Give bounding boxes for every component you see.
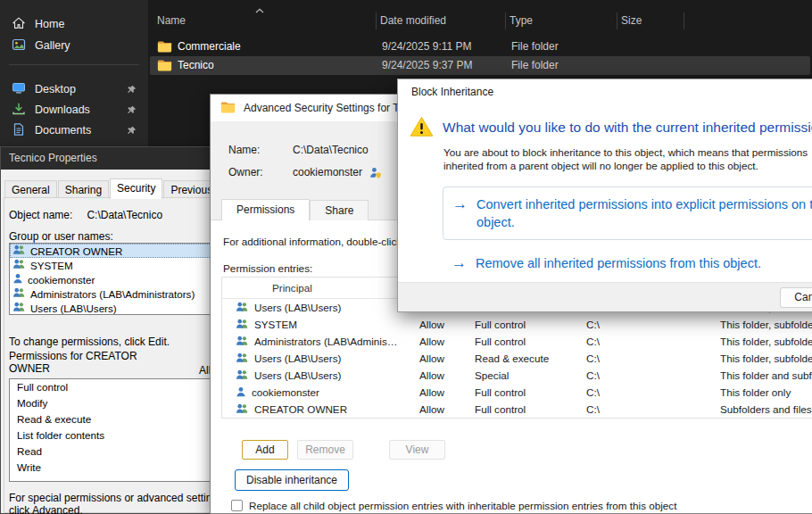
group-name: cookiemonster: [28, 274, 95, 286]
group-icon: [12, 302, 26, 314]
sidebar-item-label: Documents: [35, 124, 91, 137]
downloads-icon: [12, 102, 26, 119]
edit-hint-text: To change permissions, click Edit.: [9, 336, 170, 348]
group-icon: [236, 403, 249, 416]
sidebar-item-label: Gallery: [35, 39, 70, 52]
column-header-principal[interactable]: Principal: [222, 282, 419, 294]
column-header-size[interactable]: Size: [621, 14, 642, 27]
group-name: Users (LAB\Users): [30, 303, 117, 314]
table-row[interactable]: Administrators (LAB\Administrators) Allo…: [222, 333, 812, 350]
block-dialog-title[interactable]: Block Inheritance: [398, 79, 812, 104]
owner-badge-icon: [369, 167, 381, 178]
file-row-selected[interactable]: Tecnico 9/24/2025 9:37 PM File folder: [150, 56, 810, 75]
folder-icon: [220, 101, 236, 116]
replace-checkbox[interactable]: [231, 500, 243, 511]
tab-sharing[interactable]: Sharing: [58, 180, 109, 199]
tab-security[interactable]: Security: [110, 178, 162, 199]
remove-button[interactable]: Remove: [297, 440, 353, 460]
folder-icon: [157, 59, 172, 74]
user-icon: [12, 273, 23, 286]
desktop-icon: [12, 81, 26, 98]
folder-icon: [157, 40, 172, 55]
cell-type: Allow: [419, 336, 475, 347]
sidebar-item-label: Home: [35, 18, 64, 30]
permission-entries-label: Permission entries:: [223, 262, 312, 275]
sidebar-separator: [9, 64, 139, 65]
cell-inherited-from: C:\: [586, 319, 720, 330]
cell-access: Special: [475, 369, 586, 381]
sidebar-item-label: Downloads: [35, 104, 90, 116]
remove-permissions-command-link[interactable]: → Remove all inherited permissions from …: [452, 254, 761, 272]
cell-applies-to: This folder, subfolders and files: [720, 319, 812, 330]
group-icon: [236, 352, 249, 365]
home-icon: [12, 16, 26, 33]
file-type: File folder: [511, 40, 559, 53]
column-header-name[interactable]: Name: [157, 14, 186, 27]
table-row[interactable]: CREATOR OWNER Allow Full control C:\ Sub…: [222, 401, 812, 418]
cell-access: Full control: [475, 403, 586, 415]
table-row[interactable]: Users (LAB\Users) Allow Read & execute C…: [222, 350, 812, 367]
permissions-for-label: Permissions for CREATOR OWNER: [9, 350, 152, 375]
cell-access: Full control: [475, 386, 586, 398]
block-dialog-footer: Cancel: [398, 282, 812, 311]
cell-applies-to: This folder, subfolders and files: [720, 352, 812, 364]
screen: Home Gallery Desktop Downloads Documents: [0, 0, 812, 514]
table-row[interactable]: Users (LAB\Users) Allow Special C:\ This…: [222, 367, 812, 384]
sidebar-item-desktop[interactable]: Desktop: [4, 79, 145, 100]
group-name: SYSTEM: [30, 260, 73, 271]
cancel-button[interactable]: Cancel: [780, 287, 812, 308]
cell-principal: SYSTEM: [254, 319, 297, 330]
disable-inheritance-button[interactable]: Disable inheritance: [235, 469, 349, 491]
group-icon: [236, 336, 249, 348]
replace-checkbox-label: Replace all child object permission entr…: [249, 500, 676, 511]
file-name: Tecnico: [178, 59, 214, 71]
table-row[interactable]: cookiemonster Allow Full control C:\ Thi…: [222, 384, 812, 401]
tab-general[interactable]: General: [4, 180, 57, 199]
name-value: C:\Data\Tecnico: [293, 144, 369, 156]
sidebar-item-downloads[interactable]: Downloads: [4, 99, 145, 120]
cell-principal: CREATOR OWNER: [254, 403, 347, 415]
sidebar-item-documents[interactable]: Documents: [4, 120, 145, 141]
tab-permissions[interactable]: Permissions: [221, 199, 310, 220]
sidebar-item-gallery[interactable]: Gallery: [4, 35, 145, 56]
tab-share[interactable]: Share: [310, 200, 369, 220]
file-row[interactable]: Commerciale 9/24/2025 9:11 PM File folde…: [150, 37, 810, 56]
cell-inherited-from: C:\: [586, 403, 720, 415]
group-name: Administrators (LAB\Administrators): [30, 288, 195, 300]
column-header-type[interactable]: Type: [510, 14, 533, 27]
cell-type: Allow: [419, 319, 475, 330]
file-list-header: Name Date modified Type Size: [148, 11, 812, 31]
owner-value: cookiemonster: [293, 166, 362, 178]
cell-type: Allow: [419, 403, 475, 415]
group-icon: [236, 369, 249, 382]
cell-access: Full control: [475, 336, 586, 347]
cell-access: Read & execute: [475, 352, 586, 364]
group-icon: [12, 287, 26, 300]
sidebar-item-home[interactable]: Home: [4, 13, 145, 35]
cell-type: Allow: [419, 386, 475, 398]
cell-inherited-from: C:\: [586, 336, 720, 347]
pin-icon: [127, 105, 137, 115]
cell-inherited-from: C:\: [586, 386, 720, 398]
file-name: Commerciale: [178, 40, 241, 53]
sort-ascending-icon[interactable]: [255, 4, 264, 16]
name-row: Name: C:\Data\Tecnico: [228, 144, 369, 156]
block-inheritance-dialog: Block Inheritance What would you like to…: [397, 79, 812, 312]
cell-access: Full control: [475, 319, 586, 330]
cell-principal: Users (LAB\Users): [254, 369, 341, 381]
cell-inherited-from: C:\: [586, 369, 720, 381]
cell-applies-to: This folder only: [720, 386, 812, 398]
cell-type: Allow: [419, 352, 475, 364]
command-link-text: Remove all inherited permissions from th…: [476, 254, 761, 272]
column-header-date-modified[interactable]: Date modified: [380, 14, 446, 27]
table-row[interactable]: SYSTEM Allow Full control C:\ This folde…: [222, 316, 812, 333]
body-line-2: inherited from a parent object will no l…: [443, 159, 808, 172]
cell-principal: Users (LAB\Users): [254, 302, 341, 313]
object-name-label: Object name:: [9, 209, 72, 221]
user-icon: [236, 386, 246, 399]
pin-icon: [127, 85, 137, 95]
convert-permissions-command-link[interactable]: → Convert inherited permissions into exp…: [443, 187, 812, 240]
add-button[interactable]: Add: [242, 440, 288, 460]
cell-applies-to: Subfolders and files only: [720, 403, 812, 415]
view-button[interactable]: View: [389, 440, 445, 460]
